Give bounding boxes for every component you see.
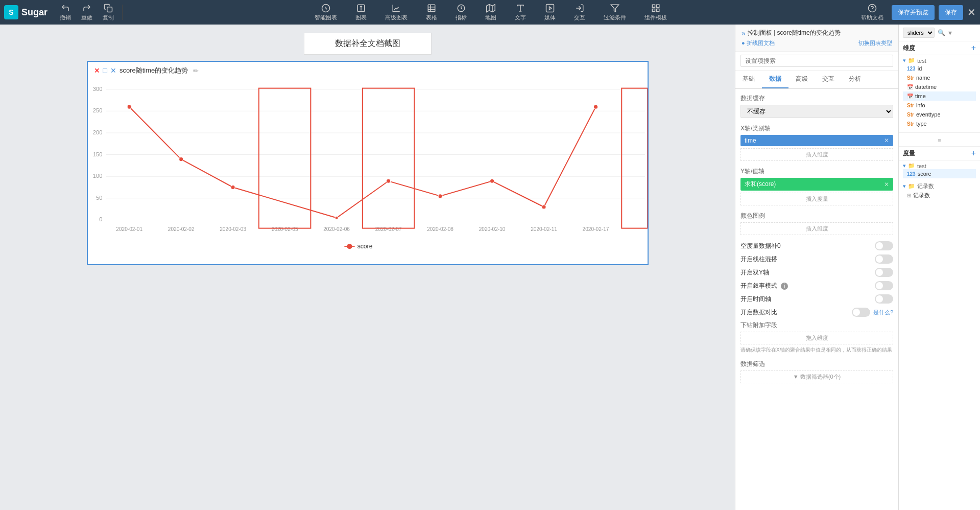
svg-rect-4: [428, 5, 435, 12]
brand-icon: S: [4, 5, 18, 19]
data-filter-button[interactable]: ▼ 数据筛选器(0个): [740, 370, 893, 383]
color-legend-label: 颜色图例: [740, 212, 893, 220]
redo-button[interactable]: 重做: [77, 2, 97, 24]
tool-advanced-chart[interactable]: 高级图表: [380, 2, 413, 24]
tool-interact[interactable]: 交互: [569, 2, 590, 24]
svg-text:0: 0: [99, 216, 102, 222]
time-axis-toggle[interactable]: [875, 294, 893, 304]
chart-container[interactable]: ✕ □ ✕ score随time的变化趋势 ✏ 300 250 200 150 …: [87, 61, 649, 265]
tool-component-template[interactable]: 组件模板: [639, 2, 672, 24]
story-mode-label: 开启叙事模式 i: [740, 282, 788, 290]
svg-text:300: 300: [92, 86, 102, 92]
x-axis-section: X轴/类别轴 time ✕ 插入维度: [740, 124, 893, 161]
dim-item-name[interactable]: Str name: [903, 73, 976, 82]
svg-text:2020-02-03: 2020-02-03: [220, 226, 246, 232]
tab-advanced[interactable]: 高级: [788, 71, 815, 88]
data-compare-toggle[interactable]: [852, 308, 870, 317]
svg-text:2020-02-11: 2020-02-11: [531, 226, 557, 232]
measure-item-score[interactable]: 123 score: [903, 169, 976, 178]
save-button[interactable]: 保存: [939, 5, 963, 20]
collapse-panel-button[interactable]: »: [742, 29, 746, 37]
tab-basic[interactable]: 基础: [735, 71, 762, 88]
help-button[interactable]: 帮助文档: [857, 2, 888, 24]
switch-chart-link[interactable]: 切换图表类型: [858, 39, 892, 47]
x-axis-add-dim[interactable]: 插入维度: [740, 148, 893, 161]
dual-y-toggle[interactable]: [875, 268, 893, 277]
svg-text:150: 150: [92, 151, 102, 157]
color-legend-add-dim[interactable]: 插入维度: [740, 222, 893, 235]
svg-text:2020-02-05: 2020-02-05: [271, 226, 298, 232]
chart-body: 300 250 200 150 100 50 0: [88, 79, 648, 263]
add-measure-button[interactable]: +: [971, 149, 976, 158]
data-cache-select[interactable]: 不缓存: [740, 105, 893, 118]
slider-select[interactable]: sliders: [903, 28, 935, 38]
tool-chart[interactable]: 图表: [350, 2, 372, 24]
tool-media[interactable]: 媒体: [539, 2, 561, 24]
dim-separator: [899, 132, 980, 133]
chart-edit-button[interactable]: ✏: [193, 67, 199, 75]
y-axis-add-measure[interactable]: 插入度量: [740, 193, 893, 205]
tool-map[interactable]: 地图: [480, 2, 501, 24]
toolbar-tools: 智能图表 图表 高级图表 表格 指标 地图 文字 媒体: [127, 2, 855, 24]
dim-item-info[interactable]: Str info: [903, 101, 976, 110]
measure-item-records[interactable]: ⊞ 记录数: [903, 190, 976, 201]
tool-indicator[interactable]: 指标: [450, 2, 472, 24]
dim-item-time[interactable]: 📅 time: [903, 91, 976, 101]
svg-text:100: 100: [92, 173, 102, 179]
tab-interact[interactable]: 交互: [815, 71, 842, 88]
tool-text[interactable]: 文字: [510, 2, 531, 24]
exit-button[interactable]: ✕: [967, 6, 976, 18]
time-axis-row: 开启时间轴: [740, 294, 893, 304]
right-panel: » 控制面板 | score随time的变化趋势 ● 折线图文档 切换图表类型 …: [735, 25, 898, 510]
dim-search-icon[interactable]: 🔍: [938, 29, 945, 36]
chart-close-button[interactable]: ✕: [94, 66, 100, 75]
copy-button[interactable]: 复制: [99, 2, 118, 24]
svg-text:2020-02-17: 2020-02-17: [582, 226, 609, 232]
x-axis-field[interactable]: time ✕: [740, 135, 893, 146]
add-dimension-button[interactable]: +: [971, 43, 976, 53]
bar-line-mix-row: 开启线柱混搭: [740, 254, 893, 264]
svg-rect-19: [657, 5, 659, 7]
fill-zero-toggle[interactable]: [875, 241, 893, 250]
save-preview-button[interactable]: 保存并预览: [892, 5, 935, 20]
dim-expand-icon[interactable]: ▾: [948, 29, 952, 37]
chart-title: score随time的变化趋势: [119, 66, 188, 75]
chart-lock-button[interactable]: ✕: [110, 66, 116, 75]
story-mode-toggle[interactable]: [875, 281, 893, 290]
x-axis-label: X轴/类别轴: [740, 124, 893, 133]
dual-y-row: 开启双Y轴: [740, 268, 893, 277]
tool-filter[interactable]: 过滤条件: [599, 2, 631, 24]
drill-field-placeholder[interactable]: 拖入维度: [740, 332, 893, 344]
chart-minimize-button[interactable]: □: [103, 66, 107, 75]
dim-measure-panel: sliders 🔍 ▾ 维度 + ▾ 📁 test 123 id Str: [898, 25, 980, 510]
fold-chart-link[interactable]: ● 折线图文档: [742, 39, 775, 47]
brand: S Sugar: [4, 5, 47, 19]
drill-field-section: 下钻附加字段 拖入维度 请确保该字段在X轴的聚合结果中值是相同的，从而获得正确的…: [740, 321, 893, 354]
data-filter-label: 数据筛选: [740, 360, 893, 368]
tool-table[interactable]: 表格: [421, 2, 442, 24]
hamburger-icon: ≡: [899, 135, 980, 146]
time-axis-label: 开启时间轴: [740, 295, 771, 304]
svg-rect-58: [362, 88, 414, 228]
svg-text:2020-02-10: 2020-02-10: [479, 226, 505, 232]
y-axis-field[interactable]: 求和(score) ✕: [740, 178, 893, 191]
dim-item-datetime[interactable]: 📅 datetime: [903, 82, 976, 91]
dim-item-type[interactable]: Str type: [903, 119, 976, 128]
data-compare-row: 开启数据对比 是什么?: [740, 308, 893, 317]
undo-button[interactable]: 撤销: [56, 2, 75, 24]
svg-point-45: [541, 205, 545, 209]
tool-smart-chart[interactable]: 智能图表: [309, 2, 342, 24]
settings-search-input[interactable]: [740, 55, 893, 67]
bar-line-mix-toggle[interactable]: [875, 254, 893, 264]
data-compare-link[interactable]: 是什么?: [873, 309, 893, 316]
toolbar-right: 帮助文档 保存并预览 保存 ✕: [857, 2, 976, 24]
data-cache-label: 数据缓存: [740, 94, 893, 103]
dim-item-id[interactable]: 123 id: [903, 64, 976, 73]
tab-analysis[interactable]: 分析: [842, 71, 868, 88]
dim-item-eventtype[interactable]: Str eventtype: [903, 110, 976, 119]
measure-folder-test: ▾ 📁 test 123 score: [899, 160, 980, 180]
chart-svg: 300 250 200 150 100 50 0: [88, 79, 648, 263]
svg-point-42: [386, 179, 390, 183]
tab-data[interactable]: 数据: [762, 71, 788, 88]
svg-text:score: score: [357, 243, 372, 250]
